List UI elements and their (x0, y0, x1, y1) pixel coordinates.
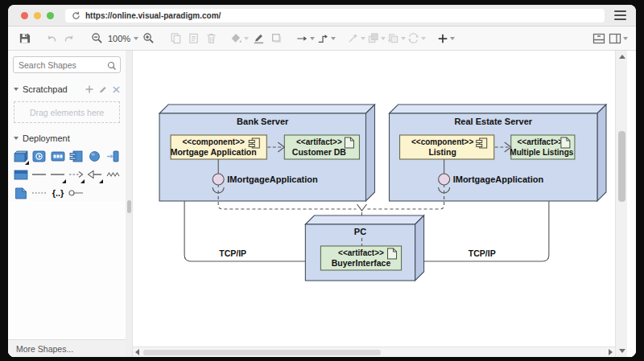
submenu-corner-icon (62, 179, 66, 183)
palette-dashed-link[interactable] (31, 187, 47, 199)
scratchpad-header[interactable]: Scratchpad (8, 77, 126, 101)
palette-title: Deployment (23, 133, 70, 143)
artifact-name: Customer DB (292, 147, 347, 157)
toggle-bottom-panel-button[interactable] (591, 30, 607, 47)
palette-generalization-link[interactable] (87, 168, 103, 181)
diagram-canvas[interactable]: TCP/IP TCP/IP Bank Server (133, 51, 615, 347)
reload-icon[interactable] (72, 11, 80, 20)
edge-style-button[interactable] (347, 30, 365, 47)
palette-dependency-link[interactable] (68, 168, 85, 181)
maximize-window-button[interactable] (47, 12, 54, 19)
tcp-right-label: TCP/IP (469, 248, 496, 258)
chevron-down-icon (450, 37, 455, 40)
shape-palette: {..} (8, 147, 126, 201)
real-estate-server-node[interactable]: Real Estate Server <<component>> Listing… (390, 105, 606, 201)
insert-shape-button[interactable] (437, 30, 455, 47)
palette-device-shape[interactable] (50, 150, 66, 162)
bank-server-node[interactable]: Bank Server <<component>> Mortgage Appli… (159, 105, 374, 201)
vertical-scrollbar-thumb[interactable] (618, 131, 625, 202)
minimize-window-button[interactable] (34, 12, 41, 19)
paste-button[interactable] (185, 30, 201, 47)
submenu-corner-icon (99, 179, 103, 183)
search-shapes-input[interactable] (13, 56, 121, 73)
chevron-down-icon (361, 37, 365, 40)
waypoint-style-button[interactable] (316, 30, 336, 47)
scroll-right-icon[interactable] (609, 349, 613, 355)
delete-button[interactable] (203, 30, 219, 47)
mortgage-application-component[interactable]: <<component>> Mortgage Application (171, 135, 267, 159)
address-bar[interactable]: https://online.visual-paradigm.com/ (65, 9, 605, 23)
buyer-interface-artifact[interactable]: <<artifact>> BuyerInterface (320, 246, 401, 270)
palette-communication-path-link[interactable] (105, 168, 122, 181)
scratchpad-edit-icon[interactable] (99, 82, 107, 96)
scratchpad-drop-area[interactable]: Drag elements here (14, 101, 120, 123)
palette-constraint-shape[interactable]: {..} (50, 187, 66, 199)
customer-db-artifact[interactable]: <<artifact>> Customer DB (284, 135, 359, 159)
artifact-icon (561, 137, 570, 148)
close-window-button[interactable] (21, 12, 28, 19)
palette-artifact-shape[interactable] (13, 187, 29, 199)
toggle-format-panel-button[interactable] (609, 30, 628, 47)
horizontal-scrollbar-thumb[interactable] (143, 350, 381, 355)
real-estate-server-title: Real Estate Server (454, 117, 532, 126)
palette-provided-interface-link[interactable] (68, 187, 85, 199)
palette-node-shape[interactable] (13, 150, 29, 162)
main-area: Scratchpad Drag elements here Deployment (8, 51, 636, 357)
palette-sphere-shape[interactable] (87, 150, 103, 162)
palette-port-component-shape[interactable] (105, 150, 122, 162)
collapse-icon (14, 137, 19, 140)
tcp-left-label: TCP/IP (219, 248, 246, 258)
redo-button[interactable] (61, 30, 77, 47)
send-backward-button[interactable] (387, 30, 406, 47)
connection-style-button[interactable] (295, 30, 315, 47)
sidebar-scrollbar-thumb[interactable] (127, 200, 131, 213)
multiple-listings-artifact[interactable]: <<artifact>> Multiple Listings (510, 135, 575, 159)
copy-button[interactable] (167, 30, 184, 47)
component-name: Listing (428, 147, 456, 157)
deployment-section-header[interactable]: Deployment (8, 129, 126, 147)
open-arrowhead (357, 204, 366, 211)
sidebar-empty-area (8, 201, 126, 339)
zoom-level-dropdown[interactable]: 100% (106, 30, 138, 47)
scroll-down-icon[interactable] (619, 349, 625, 353)
artifact-name: BuyerInterface (332, 258, 391, 268)
bring-forward-button[interactable] (367, 30, 386, 47)
sidebar-scrollbar[interactable] (126, 51, 133, 357)
chevron-down-icon (421, 37, 426, 40)
zoom-out-button[interactable] (89, 30, 105, 47)
scroll-left-icon[interactable] (135, 349, 139, 355)
collapse-icon (14, 88, 19, 91)
component-stereotype: <<component>> (411, 137, 473, 146)
horizontal-scrollbar[interactable] (133, 347, 615, 357)
fill-color-button[interactable] (230, 30, 249, 47)
palette-component-shape[interactable] (68, 150, 85, 162)
artifact-stereotype: <<artifact>> (517, 137, 563, 146)
shadow-button[interactable] (268, 30, 284, 47)
vertical-scrollbar[interactable] (615, 51, 627, 357)
listing-component[interactable]: <<component>> Listing (400, 135, 494, 159)
scratchpad-add-icon[interactable] (85, 82, 93, 96)
line-color-button[interactable] (250, 30, 266, 47)
tcp-link-right[interactable]: TCP/IP (415, 201, 549, 261)
search-icon (107, 59, 117, 74)
pc-title: PC (354, 227, 366, 236)
save-button[interactable] (16, 30, 32, 47)
chevron-down-icon (623, 37, 628, 40)
browser-menu-icon[interactable] (614, 10, 626, 21)
more-shapes-button[interactable]: More Shapes... (8, 339, 126, 357)
pc-node[interactable]: PC <<artifact>> BuyerInterface (305, 215, 423, 281)
deployment-diagram: TCP/IP TCP/IP Bank Server (133, 51, 615, 347)
artifact-icon (345, 137, 353, 148)
browser-titlebar: https://online.visual-paradigm.com/ (8, 5, 636, 27)
palette-link-shape[interactable] (50, 168, 66, 181)
artifact-icon (388, 248, 397, 259)
undo-button[interactable] (43, 30, 60, 47)
zoom-in-button[interactable] (140, 30, 156, 47)
tcp-link-left[interactable]: TCP/IP (184, 201, 305, 261)
palette-node-instance-shape[interactable] (13, 168, 29, 181)
palette-deployment-spec-shape[interactable] (31, 150, 47, 162)
scratchpad-close-icon[interactable] (113, 82, 120, 96)
scroll-up-icon[interactable] (619, 55, 625, 59)
rotate-shape-button[interactable] (407, 30, 426, 47)
palette-association-link[interactable] (31, 168, 47, 181)
